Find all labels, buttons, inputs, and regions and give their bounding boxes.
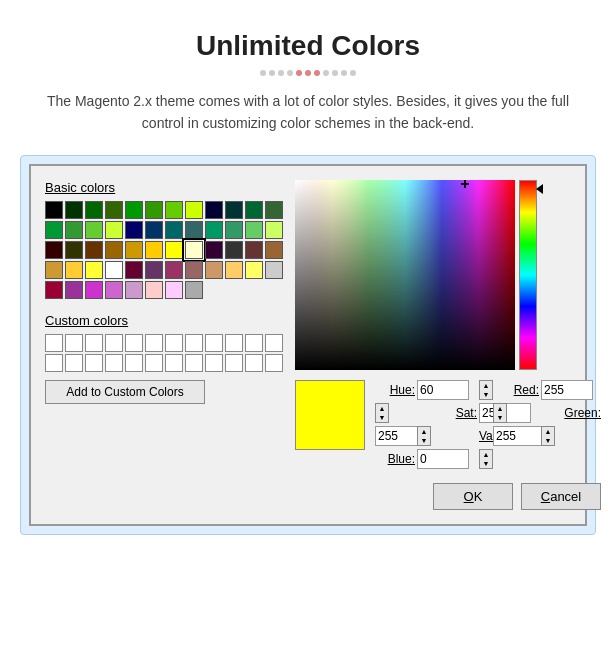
basic-color-swatch-21[interactable]: [225, 221, 243, 239]
basic-color-swatch-24[interactable]: [45, 241, 63, 259]
custom-color-swatch-1[interactable]: [65, 334, 83, 352]
basic-color-swatch-15[interactable]: [105, 221, 123, 239]
basic-color-swatch-23[interactable]: [265, 221, 283, 239]
ok-button[interactable]: OK: [433, 483, 513, 510]
basic-color-swatch-32[interactable]: [205, 241, 223, 259]
hue-down[interactable]: ▼: [480, 390, 492, 399]
blue-input[interactable]: [417, 449, 469, 469]
sat-down[interactable]: ▼: [494, 413, 506, 422]
basic-color-swatch-50[interactable]: [85, 281, 103, 299]
val-input[interactable]: [493, 426, 545, 446]
color-canvas[interactable]: +: [295, 180, 515, 370]
basic-color-swatch-3[interactable]: [105, 201, 123, 219]
red-input[interactable]: [541, 380, 593, 400]
basic-color-swatch-55[interactable]: [185, 281, 203, 299]
basic-color-swatch-12[interactable]: [45, 221, 63, 239]
val-down[interactable]: ▼: [542, 436, 554, 445]
custom-color-swatch-2[interactable]: [85, 334, 103, 352]
custom-color-swatch-22[interactable]: [245, 354, 263, 372]
basic-color-swatch-52[interactable]: [125, 281, 143, 299]
custom-color-swatch-8[interactable]: [205, 334, 223, 352]
custom-color-swatch-12[interactable]: [45, 354, 63, 372]
basic-color-swatch-25[interactable]: [65, 241, 83, 259]
hue-input[interactable]: [417, 380, 469, 400]
basic-color-swatch-47[interactable]: [265, 261, 283, 279]
blue-spinner[interactable]: ▲ ▼: [479, 449, 493, 469]
basic-color-swatch-36[interactable]: [45, 261, 63, 279]
basic-color-swatch-6[interactable]: [165, 201, 183, 219]
blue-up[interactable]: ▲: [480, 450, 492, 459]
basic-color-swatch-44[interactable]: [205, 261, 223, 279]
basic-color-swatch-45[interactable]: [225, 261, 243, 279]
basic-color-swatch-17[interactable]: [145, 221, 163, 239]
basic-color-swatch-49[interactable]: [65, 281, 83, 299]
basic-color-swatch-40[interactable]: [125, 261, 143, 279]
green-up[interactable]: ▲: [418, 427, 430, 436]
add-to-custom-colors-button[interactable]: Add to Custom Colors: [45, 380, 205, 404]
cancel-button[interactable]: Cancel: [521, 483, 601, 510]
custom-color-swatch-6[interactable]: [165, 334, 183, 352]
basic-color-swatch-38[interactable]: [85, 261, 103, 279]
basic-color-swatch-53[interactable]: [145, 281, 163, 299]
custom-color-swatch-3[interactable]: [105, 334, 123, 352]
blue-down[interactable]: ▼: [480, 459, 492, 468]
custom-color-swatch-4[interactable]: [125, 334, 143, 352]
hue-spinner[interactable]: ▲ ▼: [479, 380, 493, 400]
custom-color-swatch-16[interactable]: [125, 354, 143, 372]
basic-color-swatch-1[interactable]: [65, 201, 83, 219]
basic-color-swatch-33[interactable]: [225, 241, 243, 259]
custom-color-swatch-17[interactable]: [145, 354, 163, 372]
basic-color-swatch-26[interactable]: [85, 241, 103, 259]
red-down[interactable]: ▼: [376, 413, 388, 422]
green-down[interactable]: ▼: [418, 436, 430, 445]
basic-color-swatch-10[interactable]: [245, 201, 263, 219]
custom-color-swatch-21[interactable]: [225, 354, 243, 372]
red-spinner[interactable]: ▲ ▼: [375, 403, 389, 423]
custom-color-swatch-9[interactable]: [225, 334, 243, 352]
red-up[interactable]: ▲: [376, 404, 388, 413]
custom-color-swatch-7[interactable]: [185, 334, 203, 352]
custom-color-swatch-19[interactable]: [185, 354, 203, 372]
basic-color-swatch-42[interactable]: [165, 261, 183, 279]
custom-color-swatch-15[interactable]: [105, 354, 123, 372]
basic-color-swatch-20[interactable]: [205, 221, 223, 239]
basic-color-swatch-29[interactable]: [145, 241, 163, 259]
basic-color-swatch-4[interactable]: [125, 201, 143, 219]
basic-color-swatch-31[interactable]: [185, 241, 203, 259]
basic-color-swatch-28[interactable]: [125, 241, 143, 259]
hue-up[interactable]: ▲: [480, 381, 492, 390]
basic-color-swatch-19[interactable]: [185, 221, 203, 239]
basic-color-swatch-48[interactable]: [45, 281, 63, 299]
custom-color-swatch-0[interactable]: [45, 334, 63, 352]
basic-color-swatch-27[interactable]: [105, 241, 123, 259]
basic-color-swatch-14[interactable]: [85, 221, 103, 239]
basic-color-swatch-16[interactable]: [125, 221, 143, 239]
basic-color-swatch-54[interactable]: [165, 281, 183, 299]
basic-color-swatch-43[interactable]: [185, 261, 203, 279]
sat-spinner[interactable]: ▲ ▼: [493, 403, 507, 423]
custom-color-swatch-14[interactable]: [85, 354, 103, 372]
basic-color-swatch-18[interactable]: [165, 221, 183, 239]
basic-color-swatch-39[interactable]: [105, 261, 123, 279]
basic-color-swatch-30[interactable]: [165, 241, 183, 259]
custom-color-swatch-11[interactable]: [265, 334, 283, 352]
basic-color-swatch-7[interactable]: [185, 201, 203, 219]
sat-up[interactable]: ▲: [494, 404, 506, 413]
val-up[interactable]: ▲: [542, 427, 554, 436]
custom-color-swatch-20[interactable]: [205, 354, 223, 372]
basic-color-swatch-34[interactable]: [245, 241, 263, 259]
basic-color-swatch-8[interactable]: [205, 201, 223, 219]
basic-color-swatch-46[interactable]: [245, 261, 263, 279]
basic-color-swatch-41[interactable]: [145, 261, 163, 279]
basic-color-swatch-0[interactable]: [45, 201, 63, 219]
basic-color-swatch-13[interactable]: [65, 221, 83, 239]
basic-color-swatch-51[interactable]: [105, 281, 123, 299]
custom-color-swatch-13[interactable]: [65, 354, 83, 372]
basic-color-swatch-11[interactable]: [265, 201, 283, 219]
basic-color-swatch-9[interactable]: [225, 201, 243, 219]
basic-color-swatch-5[interactable]: [145, 201, 163, 219]
basic-color-swatch-35[interactable]: [265, 241, 283, 259]
custom-color-swatch-18[interactable]: [165, 354, 183, 372]
basic-color-swatch-2[interactable]: [85, 201, 103, 219]
custom-color-swatch-10[interactable]: [245, 334, 263, 352]
